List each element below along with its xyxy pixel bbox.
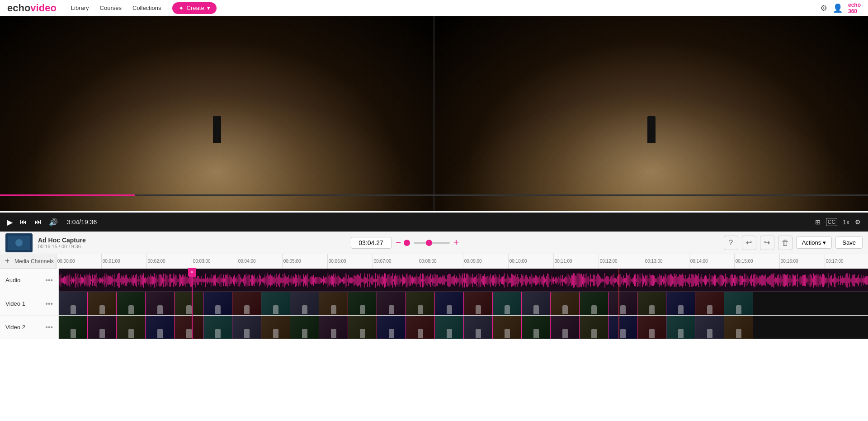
gear-icon[interactable]: ⚙ bbox=[855, 218, 861, 226]
actions-button[interactable]: Actions ▾ bbox=[796, 237, 832, 249]
svg-rect-636 bbox=[628, 275, 628, 285]
timecode-input[interactable] bbox=[351, 237, 392, 249]
svg-rect-620 bbox=[613, 273, 614, 287]
svg-rect-379 bbox=[397, 275, 397, 285]
svg-rect-469 bbox=[478, 273, 478, 287]
volume-button[interactable]: 🔊 bbox=[49, 218, 58, 227]
svg-rect-820 bbox=[793, 274, 794, 286]
layout-icon[interactable]: ⊞ bbox=[815, 218, 821, 226]
zoom-slider[interactable] bbox=[414, 242, 450, 244]
add-channel-button[interactable]: + bbox=[0, 254, 14, 269]
svg-rect-753 bbox=[733, 278, 734, 283]
svg-rect-621 bbox=[614, 278, 615, 283]
undo-button[interactable]: ↩ bbox=[742, 236, 756, 250]
svg-rect-142 bbox=[184, 277, 184, 284]
svg-rect-69 bbox=[118, 273, 118, 288]
help-button[interactable]: ? bbox=[724, 236, 738, 250]
svg-rect-162 bbox=[202, 279, 202, 281]
svg-rect-274 bbox=[302, 279, 303, 281]
zoom-handle[interactable] bbox=[404, 240, 410, 246]
svg-rect-569 bbox=[568, 274, 568, 286]
play-button[interactable]: ▶ bbox=[7, 218, 13, 227]
svg-rect-605 bbox=[600, 277, 600, 284]
svg-rect-371 bbox=[390, 277, 390, 284]
svg-rect-76 bbox=[124, 278, 125, 283]
svg-rect-30 bbox=[83, 278, 84, 282]
svg-rect-840 bbox=[811, 275, 812, 285]
settings-icon[interactable]: ⚙ bbox=[820, 3, 827, 13]
svg-rect-89 bbox=[136, 274, 137, 286]
svg-rect-622 bbox=[615, 278, 616, 282]
svg-rect-283 bbox=[311, 276, 311, 284]
progress-bar-container[interactable] bbox=[0, 194, 868, 196]
video1-track-content[interactable] bbox=[59, 292, 868, 315]
svg-rect-15 bbox=[70, 274, 70, 286]
svg-rect-637 bbox=[629, 274, 629, 287]
svg-rect-796 bbox=[772, 274, 772, 286]
speed-label[interactable]: 1x bbox=[843, 218, 849, 226]
svg-rect-468 bbox=[477, 279, 477, 282]
svg-rect-165 bbox=[204, 279, 205, 281]
svg-rect-864 bbox=[833, 278, 833, 282]
audio-track-content[interactable] bbox=[59, 269, 868, 292]
svg-rect-813 bbox=[787, 274, 788, 286]
track-row-video1: Video 1 ••• bbox=[0, 292, 868, 316]
svg-rect-45 bbox=[97, 273, 97, 287]
svg-rect-442 bbox=[453, 276, 454, 284]
video2-track-content[interactable] bbox=[59, 316, 868, 339]
thumb-cell-21 bbox=[666, 316, 695, 339]
skip-back-button[interactable]: ⏮ bbox=[20, 218, 27, 226]
svg-rect-405 bbox=[420, 273, 421, 287]
nav-courses[interactable]: Courses bbox=[100, 5, 122, 11]
zoom-in-button[interactable]: + bbox=[453, 237, 459, 248]
svg-rect-658 bbox=[648, 279, 648, 281]
svg-rect-814 bbox=[788, 278, 788, 283]
svg-rect-758 bbox=[738, 276, 738, 285]
svg-rect-388 bbox=[405, 278, 406, 283]
svg-rect-134 bbox=[177, 275, 177, 285]
svg-rect-48 bbox=[99, 277, 100, 283]
svg-rect-593 bbox=[589, 279, 590, 281]
nav-library[interactable]: Library bbox=[71, 5, 89, 11]
user-icon[interactable]: 👤 bbox=[833, 3, 843, 13]
svg-rect-116 bbox=[160, 274, 161, 286]
svg-rect-736 bbox=[718, 277, 718, 283]
delete-button[interactable]: 🗑 bbox=[778, 236, 793, 250]
svg-rect-293 bbox=[320, 276, 320, 284]
svg-rect-366 bbox=[385, 274, 386, 287]
svg-rect-209 bbox=[244, 274, 245, 286]
svg-rect-277 bbox=[305, 275, 306, 286]
svg-rect-703 bbox=[688, 276, 689, 284]
redo-button[interactable]: ↪ bbox=[760, 236, 774, 250]
svg-rect-340 bbox=[362, 279, 362, 282]
svg-rect-786 bbox=[763, 276, 763, 285]
svg-rect-152 bbox=[193, 275, 193, 284]
svg-rect-367 bbox=[386, 278, 387, 283]
svg-rect-570 bbox=[569, 274, 569, 286]
svg-rect-855 bbox=[825, 278, 826, 282]
save-button[interactable]: Save bbox=[835, 237, 863, 249]
svg-rect-103 bbox=[149, 277, 149, 284]
cc-icon[interactable]: CC bbox=[826, 218, 837, 226]
svg-rect-843 bbox=[814, 275, 815, 285]
video2-track-menu[interactable]: ••• bbox=[45, 323, 53, 331]
zoom-out-button[interactable]: − bbox=[396, 237, 401, 248]
thumb-cell-11 bbox=[377, 316, 406, 339]
svg-rect-383 bbox=[401, 278, 401, 282]
nav-collections[interactable]: Collections bbox=[132, 5, 161, 11]
svg-rect-179 bbox=[217, 277, 217, 283]
skip-fwd-button[interactable]: ⏭ bbox=[34, 218, 42, 226]
create-button[interactable]: ✦ Create ▾ bbox=[172, 2, 217, 14]
svg-rect-320 bbox=[344, 276, 344, 284]
capture-thumbnail bbox=[5, 233, 33, 252]
svg-rect-553 bbox=[553, 277, 554, 284]
svg-rect-580 bbox=[578, 273, 578, 287]
svg-rect-255 bbox=[285, 275, 286, 285]
svg-rect-650 bbox=[641, 277, 641, 283]
svg-rect-467 bbox=[476, 274, 476, 285]
audio-track-menu[interactable]: ••• bbox=[45, 276, 53, 284]
thumb-cell-4 bbox=[175, 292, 203, 315]
svg-rect-133 bbox=[176, 274, 176, 286]
video1-track-menu[interactable]: ••• bbox=[45, 300, 53, 308]
svg-rect-425 bbox=[438, 278, 439, 283]
